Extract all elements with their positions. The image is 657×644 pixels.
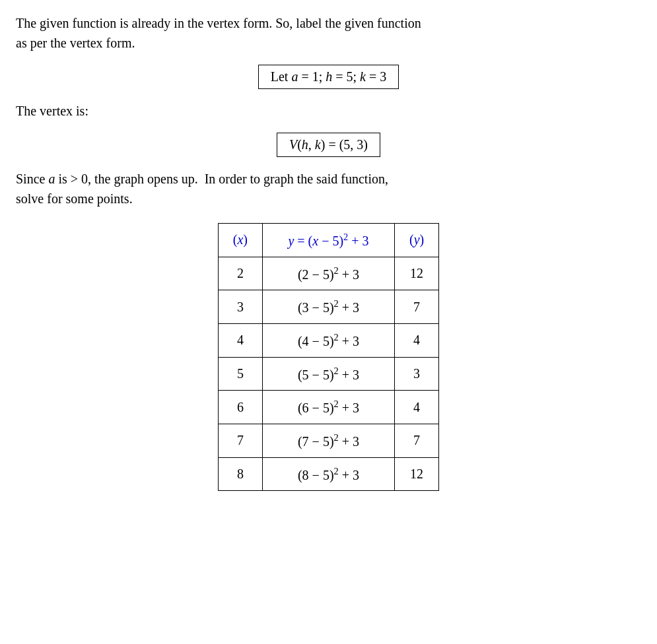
table-row: 2(2 − 5)2 + 312: [218, 257, 438, 290]
cell-y-1: 7: [395, 290, 439, 324]
table-row: 4(4 − 5)2 + 34: [218, 323, 438, 357]
table-row: 7(7 − 5)2 + 37: [218, 424, 438, 457]
cell-x-2: 4: [218, 323, 262, 357]
cell-eq-0: (2 − 5)2 + 3: [263, 257, 395, 290]
cell-x-0: 2: [218, 257, 262, 290]
vertex-box: V(h, k) = (5, 3): [277, 133, 380, 157]
vertex-label: The vertex is:: [16, 101, 641, 121]
cell-y-5: 7: [395, 424, 439, 457]
cell-x-1: 3: [218, 290, 262, 324]
vertex-box-container: V(h, k) = (5, 3): [16, 133, 641, 157]
cell-eq-1: (3 − 5)2 + 3: [263, 290, 395, 324]
header-y: (y): [395, 224, 439, 257]
table-row: 8(8 − 5)2 + 312: [218, 457, 438, 491]
points-table: (x) y = (x − 5)2 + 3 (y) 2(2 − 5)2 + 312…: [218, 223, 439, 491]
since-text: Since a is > 0, the graph opens up. In o…: [16, 169, 641, 209]
header-eq: y = (x − 5)2 + 3: [263, 224, 395, 257]
let-box-container: Let a = 1; h = 5; k = 3: [16, 65, 641, 89]
header-x: (x): [218, 224, 262, 257]
cell-x-5: 7: [218, 424, 262, 457]
cell-y-2: 4: [395, 323, 439, 357]
cell-eq-3: (5 − 5)2 + 3: [263, 357, 395, 391]
cell-y-4: 4: [395, 391, 439, 424]
table-section: (x) y = (x − 5)2 + 3 (y) 2(2 − 5)2 + 312…: [16, 223, 641, 491]
table-row: 6(6 − 5)2 + 34: [218, 391, 438, 424]
table-row: 3(3 − 5)2 + 37: [218, 290, 438, 324]
cell-x-4: 6: [218, 391, 262, 424]
intro-line2: as per the vertex form.: [16, 36, 135, 50]
table-header-row: (x) y = (x − 5)2 + 3 (y): [218, 224, 438, 257]
cell-x-3: 5: [218, 357, 262, 391]
cell-eq-5: (7 − 5)2 + 3: [263, 424, 395, 457]
cell-x-6: 8: [218, 457, 262, 491]
cell-eq-4: (6 − 5)2 + 3: [263, 391, 395, 424]
cell-y-6: 12: [395, 457, 439, 491]
cell-eq-2: (4 − 5)2 + 3: [263, 323, 395, 357]
intro-line1: The given function is already in the ver…: [16, 16, 421, 30]
cell-y-3: 3: [395, 357, 439, 391]
cell-eq-6: (8 − 5)2 + 3: [263, 457, 395, 491]
let-box: Let a = 1; h = 5; k = 3: [258, 65, 399, 89]
cell-y-0: 12: [395, 257, 439, 290]
intro-text: The given function is already in the ver…: [16, 13, 641, 53]
table-row: 5(5 − 5)2 + 33: [218, 357, 438, 391]
